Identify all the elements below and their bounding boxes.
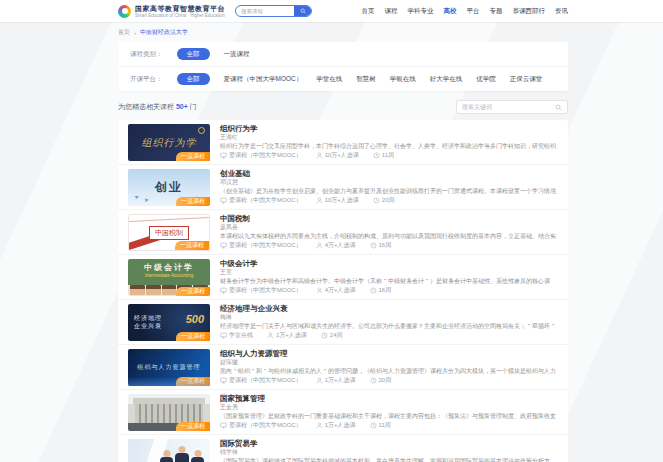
course-meta: 爱课程（中国大学MOOC） 10万+人选课 11周 [220, 151, 558, 160]
breadcrumb-current: 中南财经政法大学 [140, 28, 188, 37]
platform-option-cnmooc[interactable]: 好大学在线 [430, 75, 463, 84]
enrollment-icon [316, 422, 323, 429]
course-title[interactable]: 国际贸易学 [220, 439, 558, 448]
course-card-international-trade[interactable]: 国际贸易学 一流课程 国际贸易学 钱学锋 《国际贸易学》课程描述了国际贸易学科领… [118, 435, 568, 462]
header-search-input[interactable] [236, 8, 294, 14]
course-duration: 11周 [382, 151, 394, 160]
first-class-badge: 一流课程 [176, 377, 210, 386]
platform-icon [220, 242, 227, 249]
course-title[interactable]: 中级会计学 [220, 259, 558, 268]
platform-option-xuetangx[interactable]: 学堂在线 [316, 75, 342, 84]
paper-plane-icon: ➤ [133, 192, 140, 200]
course-card-organizational-behavior[interactable]: 组织行为学 一流课程 组织行为学 王海红 组织行为学是一门交叉应用型学科，本门学… [118, 120, 568, 165]
course-duration: 16周 [379, 286, 392, 295]
course-card-intermediate-accounting[interactable]: 中级会计学 Intermediate Accounting 一流课程 中级会计学… [118, 255, 568, 300]
results-prefix: 为您精选相关课程 [118, 103, 174, 110]
platform-option-zhihuishu[interactable]: 智慧树 [356, 75, 376, 84]
nav-item-topics[interactable]: 专题 [490, 7, 503, 16]
course-description: 《国际贸易学》课程描述了国际贸易学科领域的基本框架，意在培养学生理解、掌握和运用… [220, 457, 558, 462]
teacher-figures-decor [160, 446, 204, 462]
course-platform: 爱课程（中国大学MOOC） [229, 376, 302, 385]
course-teacher: 王昱 [220, 269, 558, 276]
duration-icon [321, 332, 328, 339]
course-card-economic-geography[interactable]: 经济地理 企业兴衰 500 一流课程 经济地理与企业兴衰 梅琳 经济地理学是一门… [118, 300, 568, 345]
platform-option-ulearning[interactable]: 优学院 [476, 75, 496, 84]
course-title[interactable]: 组织与人力资源管理 [220, 349, 558, 358]
course-platform: 爱课程（中国大学MOOC） [229, 196, 302, 205]
course-title[interactable]: 中国税制 [220, 214, 558, 223]
header-search[interactable] [235, 5, 312, 17]
course-title[interactable]: 经济地理与企业兴衰 [220, 304, 558, 313]
platform-option-icourse[interactable]: 爱课程（中国大学MOOC） [224, 75, 303, 84]
course-thumbnail[interactable]: 中国税制 一流课程 [128, 214, 210, 251]
platform-icon [220, 377, 227, 384]
course-meta: 爱课程（中国大学MOOC） 4万+人选课 16周 [220, 241, 558, 250]
header-search-button[interactable] [294, 5, 311, 17]
course-meta: 学堂在线 1万+人选课 24周 [220, 331, 558, 340]
nav-item-universities[interactable]: 高校 [444, 7, 457, 16]
category-option-all[interactable]: 全部 [177, 48, 210, 60]
thumb-subtitle-text: 企业兴衰 [134, 323, 162, 331]
course-meta: 爱课程（中国大学MOOC） 10万+人选课 20周 [220, 196, 558, 205]
nav-item-news[interactable]: 资讯 [555, 7, 568, 16]
course-duration: 16周 [379, 241, 392, 250]
course-card-china-tax-system[interactable]: 中国税制 一流课程 中国税制 庞凤喜 本课程以九大实体税种的共同要点为主线，介绍… [118, 210, 568, 255]
nav-item-courses[interactable]: 课程 [385, 7, 398, 16]
platform-option-xueyin[interactable]: 学银在线 [390, 75, 416, 84]
platform-logo[interactable]: 国家高等教育智慧教育平台 Smart Education of China · … [118, 5, 225, 18]
results-summary: 为您精选相关课程 50+ 门 [118, 102, 197, 112]
thumb-subtitle-text: Intermediate Accounting [145, 273, 193, 278]
results-bar: 为您精选相关课程 50+ 门 [118, 100, 568, 114]
chevron-right-icon: › [134, 30, 136, 36]
course-thumbnail[interactable]: 一流课程 [128, 394, 210, 431]
course-thumbnail[interactable]: 经济地理 企业兴衰 500 一流课程 [128, 304, 210, 341]
keyword-search[interactable] [456, 100, 568, 114]
platform-icon [220, 287, 227, 294]
course-list: 组织行为学 一流课程 组织行为学 王海红 组织行为学是一门交叉应用型学科，本门学… [118, 120, 568, 462]
course-thumbnail[interactable]: 国际贸易学 一流课程 [128, 439, 210, 462]
breadcrumb: 首页 › 中南财经政法大学 [0, 22, 663, 42]
breadcrumb-home[interactable]: 首页 [118, 28, 130, 37]
course-platform: 学堂在线 [229, 331, 253, 340]
nav-item-mooc-west[interactable]: 慕课西部行 [513, 7, 546, 16]
course-title[interactable]: 组织行为学 [220, 124, 558, 133]
duration-icon [370, 422, 377, 429]
search-icon [555, 104, 562, 111]
course-meta: 爱课程（中国大学MOOC） 1万+人选课 20周 [220, 376, 558, 385]
enrollment-icon [316, 197, 323, 204]
nav-item-disciplines[interactable]: 学科专业 [408, 7, 434, 16]
course-thumbnail[interactable]: 创业 ➤ ➤ ➤ 一流课程 [128, 169, 210, 206]
platform-icon [220, 197, 227, 204]
course-description: 面向＂组织＂和＂与组织休戚相关的人＂的管理问题，《组织与人力资源管理》课程共分为… [220, 367, 558, 374]
duration-icon [370, 377, 377, 384]
course-card-org-hr-management[interactable]: 组织与人力资源管理 一流课程 组织与人力资源管理 赵琛徽 面向＂组织＂和＂与组织… [118, 345, 568, 390]
first-class-badge: 一流课程 [176, 422, 210, 431]
search-icon [300, 8, 306, 14]
keyword-search-input[interactable] [462, 104, 551, 110]
course-title[interactable]: 国家预算管理 [220, 394, 558, 403]
platform-option-zhengbao[interactable]: 正保云课堂 [510, 75, 543, 84]
course-duration: 20周 [382, 196, 395, 205]
course-enrollment: 10万+人选课 [325, 151, 359, 160]
course-thumbnail[interactable]: 中级会计学 Intermediate Accounting 一流课程 [128, 259, 210, 296]
nav-item-home[interactable]: 首页 [362, 7, 375, 16]
logo-swirl-icon [118, 5, 131, 18]
building-columns-decor [135, 404, 204, 423]
course-teacher: 庞凤喜 [220, 224, 558, 231]
course-teacher: 王金秀 [220, 404, 558, 411]
course-thumbnail[interactable]: 组织与人力资源管理 一流课程 [128, 349, 210, 386]
nav-item-platforms[interactable]: 平台 [467, 7, 480, 16]
first-class-badge: 一流课程 [176, 332, 210, 341]
course-title[interactable]: 创业基础 [220, 169, 558, 178]
thumb-500-text: 500 [186, 313, 204, 325]
course-duration: 24周 [330, 331, 343, 340]
platform-option-all[interactable]: 全部 [177, 73, 210, 85]
category-option-first-class[interactable]: 一流课程 [224, 50, 250, 59]
duration-icon [373, 152, 380, 159]
first-class-badge: 一流课程 [175, 241, 209, 250]
course-thumbnail[interactable]: 组织行为学 一流课程 [128, 124, 210, 161]
duration-icon [373, 197, 380, 204]
course-card-entrepreneurship[interactable]: 创业 ➤ ➤ ➤ 一流课程 创业基础 邓汉慧 《创业基础》是为在校学生创业启蒙、… [118, 165, 568, 210]
top-header: 国家高等教育智慧教育平台 Smart Education of China · … [0, 0, 663, 22]
course-card-national-budget[interactable]: 一流课程 国家预算管理 王金秀 《国家预算管理》是财政学科的一门重要基础课程和主… [118, 390, 568, 435]
